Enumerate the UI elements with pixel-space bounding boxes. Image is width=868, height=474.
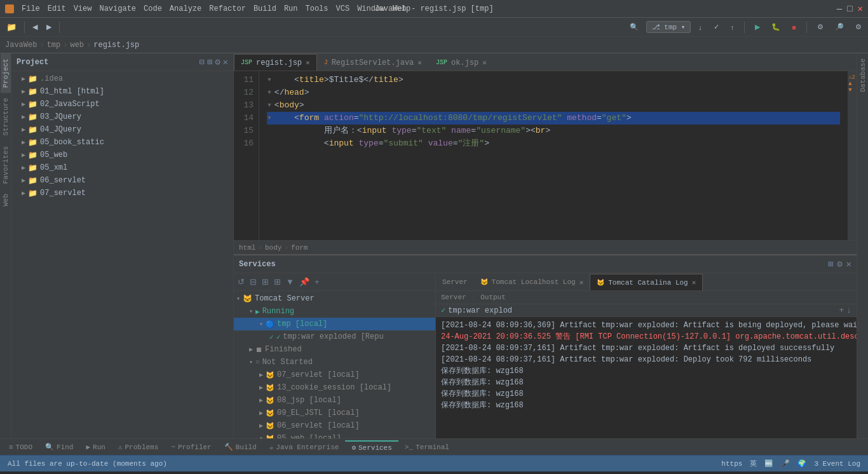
services-group-btn[interactable]: ⊞ bbox=[273, 276, 282, 288]
services-close-icon[interactable]: ✕ bbox=[846, 259, 851, 269]
services-tree-06servlet-ns[interactable]: ▶ 🐱 06_servlet [local] bbox=[234, 419, 435, 432]
services-tree-not-started[interactable]: ▾ ○ Not Started bbox=[234, 356, 435, 369]
tree-item-05book[interactable]: ▶ 📁 05_book_static bbox=[11, 136, 233, 149]
status-event-log[interactable]: 3 Event Log bbox=[811, 460, 863, 468]
status-input1[interactable]: 🔤 bbox=[762, 459, 776, 468]
editor-bc-html[interactable]: html bbox=[239, 244, 255, 252]
bottom-tab-terminal[interactable]: >_ Terminal bbox=[398, 440, 456, 454]
services-tree-tomcat[interactable]: ▾ 🐱 Tomcat Server bbox=[234, 292, 435, 305]
tab-close-regist-jsp[interactable]: ✕ bbox=[306, 58, 310, 67]
sidebar-label-favorites[interactable]: Favorites bbox=[1, 141, 11, 189]
tree-item-05web[interactable]: ▶ 📁 05_web bbox=[11, 149, 233, 161]
depl-add-icon[interactable]: + bbox=[839, 306, 844, 315]
tree-item-05xml[interactable]: ▶ 📁 05_xml bbox=[11, 161, 233, 174]
toolbar-search-btn[interactable]: 🔎 bbox=[831, 22, 848, 32]
toolbar-push-btn[interactable]: ↑ bbox=[727, 22, 738, 32]
toolbar-update-btn[interactable]: ↓ bbox=[695, 22, 706, 32]
bottom-tab-run[interactable]: ▶ Run bbox=[79, 440, 111, 454]
bottom-tab-java-enterprise[interactable]: ☕ Java Enterprise bbox=[263, 440, 346, 454]
menu-vcs[interactable]: VCS bbox=[336, 4, 350, 13]
fold-marker-12[interactable]: ▾ bbox=[267, 86, 272, 99]
log-tab-tomcat-local[interactable]: 🐱 Tomcat Localhost Log ✕ bbox=[474, 274, 590, 290]
bottom-tab-todo[interactable]: ≡ TODO bbox=[3, 440, 39, 454]
log-tab-server[interactable]: Server bbox=[436, 274, 474, 290]
services-refresh-btn[interactable]: ↺ bbox=[236, 276, 246, 288]
menu-edit[interactable]: Edit bbox=[48, 4, 66, 13]
tree-item-07servlet[interactable]: ▶ 📁 07_servlet bbox=[11, 187, 233, 200]
services-tree-05web-ns[interactable]: ▾ 🐱 05_web [local] bbox=[234, 432, 435, 438]
sidebar-label-database[interactable]: Database bbox=[858, 53, 868, 97]
menu-view[interactable]: View bbox=[74, 4, 92, 13]
menu-navigate[interactable]: Navigate bbox=[99, 4, 136, 13]
tree-item-04jq[interactable]: ▶ 📁 04_JQuery bbox=[11, 123, 233, 136]
tab-close-registservlet[interactable]: ✕ bbox=[417, 58, 422, 67]
project-collapse-all-icon[interactable]: ⊟ bbox=[199, 57, 204, 67]
toolbar-gear-btn[interactable]: ⚙ bbox=[851, 22, 865, 32]
close-button[interactable]: ✕ bbox=[858, 3, 863, 14]
services-expand-icon[interactable]: ⊞ bbox=[828, 259, 833, 269]
fold-marker-13[interactable]: ▾ bbox=[267, 99, 272, 112]
tree-item-idea[interactable]: ▶ 📁 .idea bbox=[11, 72, 233, 85]
services-tree-tmp-local[interactable]: ▾ 🔵 tmp [local] bbox=[234, 318, 435, 330]
services-tree-tmp-war[interactable]: ✓ ✓ tmp:war exploded [Repu bbox=[234, 330, 435, 343]
log-tab-tomcat-local-close[interactable]: ✕ bbox=[580, 278, 584, 287]
menu-run[interactable]: Run bbox=[284, 4, 298, 13]
services-tree-running[interactable]: ▾ ▶ Running bbox=[234, 305, 435, 318]
tab-ok-jsp[interactable]: JSP ok.jsp ✕ bbox=[429, 54, 494, 71]
project-expand-icon[interactable]: ⊞ bbox=[207, 57, 212, 67]
fold-marker-14[interactable]: ▾ bbox=[267, 112, 272, 125]
status-mic[interactable]: 🎤 bbox=[778, 459, 792, 468]
branch-selector[interactable]: ⎇ tmp ▾ bbox=[646, 21, 691, 33]
services-filter-btn[interactable]: ▼ bbox=[285, 276, 295, 288]
toolbar-debug-btn[interactable]: 🐛 bbox=[768, 22, 784, 32]
breadcrumb-part-1[interactable]: JavaWeb bbox=[5, 41, 37, 50]
tree-item-02js[interactable]: ▶ 📁 02_JavaScript bbox=[11, 98, 233, 111]
tab-regist-jsp[interactable]: JSP regist.jsp ✕ bbox=[234, 54, 317, 71]
services-tree-09el[interactable]: ▶ 🐱 09_EL_JSTL [local] bbox=[234, 407, 435, 419]
menu-build[interactable]: Build bbox=[254, 4, 276, 13]
status-https[interactable]: https bbox=[719, 460, 745, 468]
tree-item-01html[interactable]: ▶ 📁 01_html [html] bbox=[11, 85, 233, 98]
bottom-tab-find[interactable]: 🔍 Find bbox=[39, 440, 79, 454]
depl-scroll-down-icon[interactable]: ↓ bbox=[846, 306, 851, 315]
maximize-button[interactable]: □ bbox=[847, 4, 852, 14]
editor-scrollbar[interactable]: ⚠2 ▲ ▼ bbox=[848, 71, 857, 240]
toolbar-run-btn[interactable]: ▶ bbox=[751, 22, 764, 32]
toolbar-forward-btn[interactable]: ▶ bbox=[43, 22, 55, 32]
services-expand-btn[interactable]: ⊞ bbox=[261, 276, 270, 288]
project-close-icon[interactable]: ✕ bbox=[223, 57, 228, 67]
toolbar-search-everywhere-btn[interactable]: 🔍 bbox=[626, 22, 642, 32]
tab-close-ok-jsp[interactable]: ✕ bbox=[482, 58, 487, 67]
tree-item-06servlet[interactable]: ▶ 📁 06_servlet bbox=[11, 174, 233, 187]
menu-file[interactable]: File bbox=[22, 4, 40, 13]
breadcrumb-part-3[interactable]: web bbox=[70, 41, 84, 50]
sidebar-label-web[interactable]: Web bbox=[1, 189, 11, 212]
services-tree-08jsp[interactable]: ▶ 🐱 08_jsp [local] bbox=[234, 394, 435, 407]
toolbar-commit-btn[interactable]: ✓ bbox=[710, 22, 723, 32]
sidebar-label-project[interactable]: Project bbox=[1, 53, 11, 93]
services-tree-13cookie[interactable]: ▶ 🐱 13_cookie_session [local] bbox=[234, 381, 435, 394]
bottom-tab-build[interactable]: 🔨 Build bbox=[218, 440, 263, 454]
services-collapse-btn[interactable]: ⊟ bbox=[248, 276, 258, 288]
toolbar-settings-btn[interactable]: ⚙ bbox=[813, 22, 827, 32]
bottom-tab-problems[interactable]: ⚠ Problems bbox=[112, 440, 165, 454]
sidebar-label-structure[interactable]: Structure bbox=[1, 93, 11, 140]
services-settings-icon[interactable]: ⚙ bbox=[837, 259, 842, 269]
bottom-tab-services[interactable]: ⚙ Services bbox=[345, 440, 398, 454]
menu-analyze[interactable]: Analyze bbox=[170, 4, 201, 13]
editor-bc-form[interactable]: form bbox=[291, 244, 308, 252]
services-tree-07servlet[interactable]: ▶ 🐱 07_servlet [local] bbox=[234, 369, 435, 381]
project-menu-icon[interactable]: ⚙ bbox=[215, 57, 220, 67]
bottom-tab-profiler[interactable]: ~ Profiler bbox=[165, 440, 217, 454]
tree-item-03jq[interactable]: ▶ 📁 03_JQuery bbox=[11, 111, 233, 123]
toolbar-stop-btn[interactable]: ■ bbox=[788, 22, 800, 32]
menu-code[interactable]: Code bbox=[144, 4, 162, 13]
log-content[interactable]: [2021-08-24 08:09:36,369] Artifact tmp:w… bbox=[436, 317, 857, 438]
editor-bc-body[interactable]: body bbox=[265, 244, 281, 252]
status-lang[interactable]: 英 bbox=[747, 459, 759, 468]
code-content[interactable]: ▾ <title>$Title$</title> ▾ </head> ▾ <bo… bbox=[259, 71, 848, 240]
menu-refactor[interactable]: Refactor bbox=[209, 4, 246, 13]
fold-marker-11[interactable]: ▾ bbox=[267, 74, 272, 86]
menu-tools[interactable]: Tools bbox=[306, 4, 329, 13]
log-tab-tomcat-catalina-close[interactable]: ✕ bbox=[692, 278, 696, 287]
